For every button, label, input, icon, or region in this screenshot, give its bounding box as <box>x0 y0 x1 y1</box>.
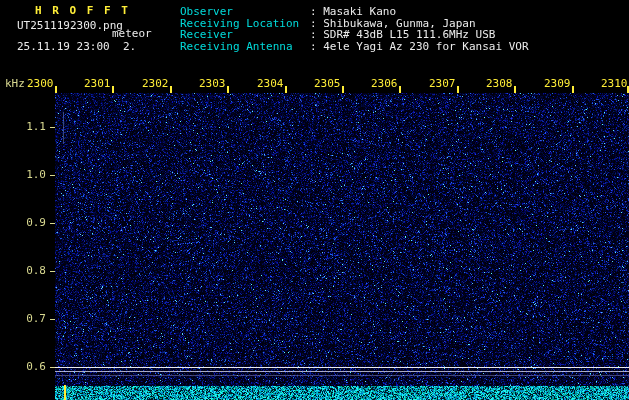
x-tick-mark <box>514 86 516 93</box>
y-tick-label: 0.8 <box>14 265 46 277</box>
y-tick-mark <box>50 127 55 128</box>
info-value: : 4ele Yagi Az 230 for Kansai VOR <box>310 41 529 53</box>
x-tick-label: 2308 <box>486 78 513 90</box>
x-tick-mark <box>457 86 459 93</box>
info-row-antenna: Receiving Antenna : 4ele Yagi Az 230 for… <box>180 41 529 53</box>
x-tick-mark <box>170 86 172 93</box>
y-tick-mark <box>50 319 55 320</box>
observation-datetime: 25.11.19 23:00 2. <box>17 41 136 53</box>
y-tick-mark <box>50 223 55 224</box>
x-tick-mark <box>227 86 229 93</box>
y-tick-mark <box>50 271 55 272</box>
x-tick-label: 2304 <box>257 78 284 90</box>
info-label: Receiving Antenna <box>180 41 310 53</box>
x-tick-label: 2301 <box>84 78 111 90</box>
y-tick-label: 1.0 <box>14 169 46 181</box>
y-tick-label: 1.1 <box>14 121 46 133</box>
y-tick-label: 0.9 <box>14 217 46 229</box>
info-value: : Masaki Kano <box>310 6 396 18</box>
x-tick-label: 2310 <box>601 78 628 90</box>
x-tick-label: 2309 <box>544 78 571 90</box>
y-tick-label: 0.6 <box>14 361 46 373</box>
x-tick-label: 2305 <box>314 78 341 90</box>
x-tick-label: 2306 <box>371 78 398 90</box>
x-tick-label: 2303 <box>199 78 226 90</box>
x-tick-mark <box>572 86 574 93</box>
y-axis-unit-label: kHz <box>5 78 25 90</box>
x-tick-label: 2302 <box>142 78 169 90</box>
x-tick-label: 2307 <box>429 78 456 90</box>
app-title: H R O F F T <box>35 5 130 17</box>
mode-tag: meteor <box>112 28 152 40</box>
hrofft-window: H R O F F T UT2511192300.png meteor 25.1… <box>0 0 629 400</box>
spectrogram-canvas <box>0 0 629 400</box>
info-row-observer: Observer : Masaki Kano <box>180 6 529 18</box>
x-tick-mark <box>285 86 287 93</box>
x-tick-mark <box>55 86 57 93</box>
y-tick-label: 0.7 <box>14 313 46 325</box>
x-tick-mark <box>112 86 114 93</box>
x-tick-mark <box>399 86 401 93</box>
y-tick-mark <box>50 367 55 368</box>
observation-info: Observer : Masaki Kano Receiving Locatio… <box>180 6 529 52</box>
output-filename: UT2511192300.png <box>17 20 123 32</box>
x-tick-label: 2300 <box>27 78 54 90</box>
x-tick-mark <box>342 86 344 93</box>
info-label: Observer <box>180 6 310 18</box>
y-tick-mark <box>50 175 55 176</box>
